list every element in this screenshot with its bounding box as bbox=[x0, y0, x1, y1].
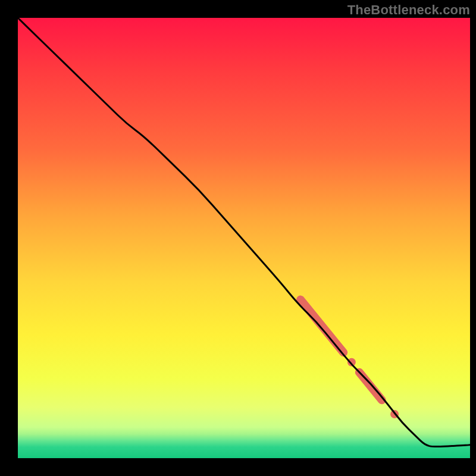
chart-svg bbox=[0, 0, 476, 476]
watermark-text: TheBottleneck.com bbox=[347, 2, 470, 18]
chart-frame: TheBottleneck.com bbox=[0, 0, 476, 476]
